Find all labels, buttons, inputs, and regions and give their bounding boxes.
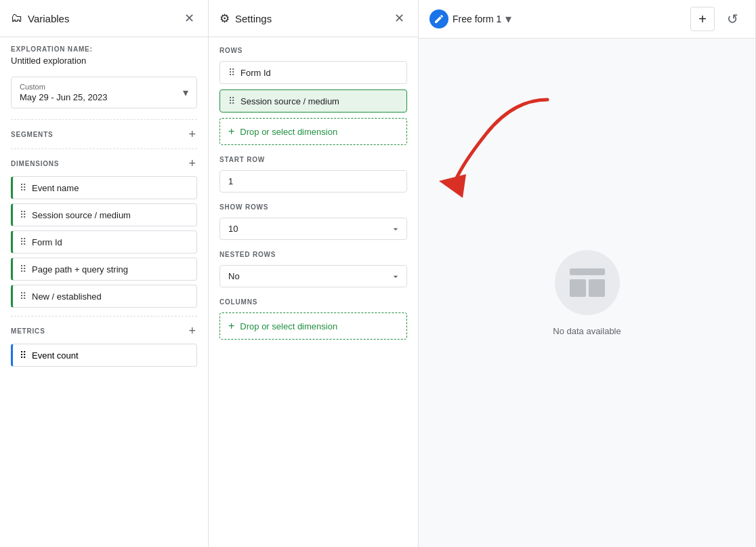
start-row-label: START ROW	[219, 156, 407, 163]
chip-label-session-source: Session source / medium	[240, 96, 339, 106]
svg-marker-0	[439, 174, 466, 198]
no-data-icon	[555, 250, 620, 315]
svg-rect-1	[570, 268, 605, 275]
metrics-list: Event count	[11, 344, 197, 367]
drag-icon	[228, 67, 235, 78]
gear-icon: ⚙	[219, 12, 230, 26]
variables-title: 🗂 Variables	[11, 12, 69, 25]
form-panel: Free form 1 ▾ + ↺ No data ava	[419, 0, 756, 547]
rows-section: ROWS Form Id Session source / medium + D…	[219, 47, 407, 145]
drop-column-label: Drop or select dimension	[240, 321, 337, 331]
form-edit-icon	[429, 9, 448, 28]
metrics-header: METRICS +	[11, 325, 197, 337]
drag-icon	[20, 264, 26, 275]
dimension-item-session-source[interactable]: Session source / medium	[11, 203, 197, 226]
exploration-label: EXPLORATION NAME:	[11, 45, 197, 53]
dimensions-header: DIMENSIONS +	[11, 157, 197, 169]
variables-icon: 🗂	[11, 12, 22, 25]
dimension-label: Form Id	[32, 237, 62, 247]
start-row-input[interactable]	[219, 170, 407, 193]
row-chip-session-source[interactable]: Session source / medium	[219, 89, 407, 113]
add-tab-button[interactable]: +	[690, 7, 715, 31]
drop-column-zone[interactable]: + Drop or select dimension	[219, 312, 407, 340]
drop-dimension-label: Drop or select dimension	[240, 127, 337, 137]
row-chip-form-id[interactable]: Form Id	[219, 61, 407, 84]
drag-icon	[20, 350, 26, 361]
settings-panel-header: ⚙ Settings ✕	[209, 0, 418, 37]
columns-label: COLUMNS	[219, 298, 407, 306]
dimensions-label: DIMENSIONS	[11, 160, 59, 167]
date-range-content: Custom May 29 - Jun 25, 2023	[20, 83, 107, 102]
variables-title-text: Variables	[28, 13, 69, 24]
dimension-item-event-name[interactable]: Event name	[11, 176, 197, 199]
form-header-actions: + ↺	[690, 7, 744, 31]
rows-label: ROWS	[219, 47, 407, 54]
divider-3	[11, 316, 197, 317]
segments-header: SEGMENTS +	[11, 128, 197, 140]
form-header: Free form 1 ▾ + ↺	[419, 0, 755, 39]
plus-icon: +	[228, 320, 234, 332]
metric-label: Event count	[32, 350, 79, 361]
chip-label-form-id: Form Id	[240, 68, 271, 78]
plus-icon: +	[228, 125, 234, 138]
exploration-name: Untitled exploration	[11, 56, 197, 66]
nested-rows-label: NESTED ROWS	[219, 251, 407, 258]
variables-content: EXPLORATION NAME: Untitled exploration C…	[0, 37, 208, 547]
segments-label: SEGMENTS	[11, 131, 54, 138]
undo-button[interactable]: ↺	[720, 7, 744, 31]
svg-rect-3	[589, 279, 605, 297]
drag-icon	[20, 291, 26, 302]
svg-rect-2	[570, 279, 586, 297]
settings-close-button[interactable]: ✕	[392, 9, 407, 27]
divider-1	[11, 119, 197, 120]
show-rows-label: SHOW ROWS	[219, 203, 407, 211]
settings-panel: ⚙ Settings ✕ ROWS Form Id Session source…	[209, 0, 419, 547]
add-dimension-button[interactable]: +	[187, 157, 197, 169]
drag-icon	[20, 182, 26, 193]
dimension-item-new-established[interactable]: New / established	[11, 285, 197, 308]
start-row-section: START ROW	[219, 156, 407, 193]
dimension-label: New / established	[32, 291, 102, 302]
dimension-item-form-id[interactable]: Form Id	[11, 230, 197, 254]
drag-icon	[20, 209, 26, 220]
variables-panel-header: 🗂 Variables ✕	[0, 0, 208, 37]
variables-close-button[interactable]: ✕	[182, 9, 197, 27]
dimension-label: Event name	[32, 183, 79, 193]
add-segment-button[interactable]: +	[187, 128, 197, 140]
dimension-item-page-path[interactable]: Page path + query string	[11, 258, 197, 281]
add-metric-button[interactable]: +	[187, 325, 197, 337]
show-rows-section: SHOW ROWS 10 25 50 100	[219, 203, 407, 240]
form-title-chevron-icon[interactable]: ▾	[505, 12, 511, 26]
variables-panel: 🗂 Variables ✕ EXPLORATION NAME: Untitled…	[0, 0, 209, 547]
dimension-label: Page path + query string	[32, 264, 128, 275]
date-label: Custom	[20, 83, 107, 91]
metrics-label: METRICS	[11, 327, 45, 335]
columns-section: COLUMNS + Drop or select dimension	[219, 298, 407, 340]
dimensions-list: Event name Session source / medium Form …	[11, 176, 197, 308]
form-content: No data available	[419, 39, 755, 547]
form-title-text: Free form 1	[453, 14, 501, 24]
settings-title: ⚙ Settings	[219, 12, 272, 26]
date-value: May 29 - Jun 25, 2023	[20, 92, 107, 102]
metric-item-event-count[interactable]: Event count	[11, 344, 197, 367]
date-chevron-icon: ▾	[183, 86, 188, 99]
drag-icon	[228, 96, 235, 106]
date-range-selector[interactable]: Custom May 29 - Jun 25, 2023 ▾	[11, 77, 197, 108]
settings-content: ROWS Form Id Session source / medium + D…	[209, 37, 418, 547]
nested-rows-section: NESTED ROWS No Yes	[219, 251, 407, 287]
nested-rows-select[interactable]: No Yes	[219, 265, 407, 287]
settings-title-text: Settings	[235, 13, 272, 24]
divider-2	[11, 148, 197, 149]
drop-dimension-zone[interactable]: + Drop or select dimension	[219, 118, 407, 145]
show-rows-select[interactable]: 10 25 50 100	[219, 218, 407, 240]
no-data-text: No data available	[553, 326, 621, 336]
drag-icon	[20, 237, 26, 247]
dimension-label: Session source / medium	[32, 210, 131, 220]
red-arrow-annotation	[432, 93, 568, 203]
form-title-group: Free form 1 ▾	[429, 9, 685, 28]
